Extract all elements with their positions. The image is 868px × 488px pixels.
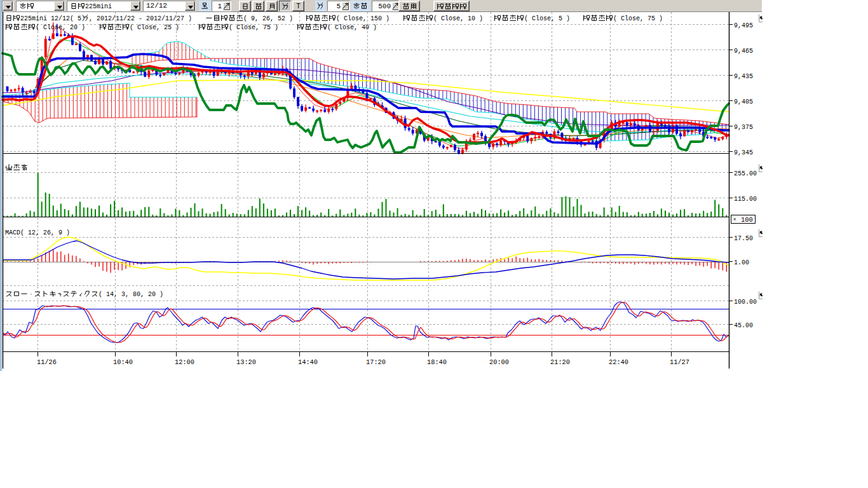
svg-text:( Close, 20 ): ( Close, 20 ) bbox=[36, 24, 85, 31]
svg-text:9,405: 9,405 bbox=[734, 97, 753, 105]
svg-text:9,345: 9,345 bbox=[734, 148, 753, 156]
svg-text:9,495: 9,495 bbox=[734, 21, 753, 29]
svg-text:14:40: 14:40 bbox=[298, 358, 318, 366]
svg-text:20:00: 20:00 bbox=[489, 358, 509, 366]
svg-text:12:00: 12:00 bbox=[175, 358, 194, 366]
svg-text:18:40: 18:40 bbox=[427, 358, 447, 366]
svg-text:45.00: 45.00 bbox=[734, 321, 753, 329]
svg-text:( Close, 40 ): ( Close, 40 ) bbox=[327, 24, 377, 31]
svg-text:115.00: 115.00 bbox=[734, 194, 757, 203]
svg-text:22:40: 22:40 bbox=[609, 358, 628, 366]
svg-text:( 9, 26, 52 ): ( 9, 26, 52 ) bbox=[243, 15, 293, 22]
svg-text:10:40: 10:40 bbox=[113, 358, 133, 366]
svg-text:×: × bbox=[733, 217, 736, 222]
svg-text:17:20: 17:20 bbox=[366, 358, 386, 366]
svg-text:MACD( 12, 26, 9 ): MACD( 12, 26, 9 ) bbox=[5, 229, 70, 236]
svg-text:( Close, 75 ): ( Close, 75 ) bbox=[229, 24, 278, 31]
svg-text:9,435: 9,435 bbox=[734, 72, 753, 80]
svg-text:100: 100 bbox=[741, 216, 753, 224]
svg-text:17.50: 17.50 bbox=[734, 234, 753, 242]
svg-text:13:20: 13:20 bbox=[236, 358, 256, 366]
svg-text:( Close, 75 ): ( Close, 75 ) bbox=[613, 15, 663, 22]
svg-text:( Close, 5 ): ( Close, 5 ) bbox=[524, 15, 570, 22]
svg-text:21:20: 21:20 bbox=[550, 358, 570, 366]
svg-text:9,465: 9,465 bbox=[734, 46, 753, 55]
svg-text:( 14, 3, 80, 20 ): ( 14, 3, 80, 20 ) bbox=[98, 290, 163, 298]
svg-text:225mini 12/12( 5: 225mini 12/12( 5 bbox=[20, 15, 81, 22]
svg-text:( Close, 150 ): ( Close, 150 ) bbox=[336, 15, 390, 22]
svg-text:100.00: 100.00 bbox=[734, 297, 757, 306]
svg-text:( Close, 25 ): ( Close, 25 ) bbox=[130, 24, 179, 31]
svg-text:11/26: 11/26 bbox=[37, 358, 57, 366]
svg-text:255.00: 255.00 bbox=[734, 169, 757, 177]
svg-text:9,375: 9,375 bbox=[734, 123, 753, 131]
svg-text:( Close, 10 ): ( Close, 10 ) bbox=[433, 15, 483, 22]
svg-text:1.00: 1.00 bbox=[734, 258, 749, 266]
svg-text:11/27: 11/27 bbox=[670, 358, 689, 366]
svg-text:, 2012/11/22 - 2012/11/27 ): , 2012/11/22 - 2012/11/27 ) bbox=[89, 15, 192, 22]
